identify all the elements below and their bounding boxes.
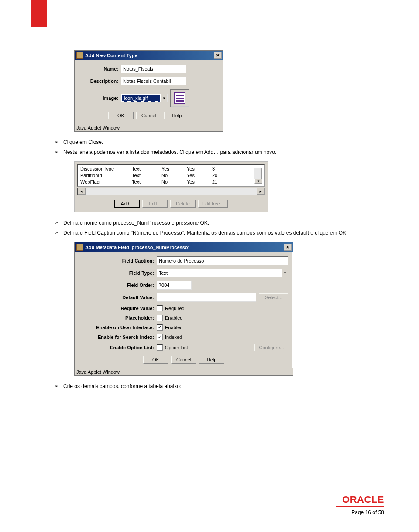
- default-value-input[interactable]: [157, 293, 256, 302]
- bullet-text: Nesta janela podemos ver a lista dos met…: [55, 148, 364, 156]
- window-icon: [76, 52, 83, 59]
- image-selected-value: icon_xls.gif: [122, 95, 160, 102]
- require-checkbox-text: Required: [165, 306, 185, 311]
- field-order-input[interactable]: 7004: [157, 281, 192, 290]
- field-type-dropdown[interactable]: Text ▼: [157, 269, 288, 277]
- edit-button[interactable]: Edit...: [142, 200, 168, 208]
- bullet-text: Clique em Close.: [55, 138, 364, 146]
- delete-button[interactable]: Delete: [170, 200, 196, 208]
- name-label: Name:: [79, 66, 121, 72]
- chevron-down-icon[interactable]: ▼: [282, 269, 288, 277]
- require-checkbox[interactable]: [157, 305, 163, 311]
- scroll-down-icon[interactable]: ▼: [254, 179, 262, 184]
- add-content-type-dialog: Add New Content Type ✕ Name: Notas_Fisca…: [74, 50, 223, 132]
- list-row[interactable]: DiscussionType Text Yes Yes 3: [78, 166, 258, 172]
- metadata-list: DiscussionType Text Yes Yes 3 PartitionI…: [77, 164, 265, 187]
- close-icon[interactable]: ✕: [214, 52, 222, 59]
- cancel-button[interactable]: Cancel: [136, 112, 161, 119]
- enable-search-label: Enable for Search Index:: [79, 334, 157, 340]
- select-button[interactable]: Select...: [259, 293, 288, 301]
- status-bar: Java Applet Window: [75, 124, 223, 131]
- image-label: Image:: [79, 95, 121, 101]
- enable-ui-checkbox-text: Enabled: [165, 325, 182, 330]
- chevron-down-icon[interactable]: ▼: [161, 94, 167, 102]
- option-list-checkbox[interactable]: [157, 344, 163, 351]
- window-icon: [76, 244, 83, 251]
- oracle-logo: ORACLE: [336, 494, 384, 505]
- list-row[interactable]: PartitionId Text No Yes 20: [78, 172, 258, 179]
- titlebar: Add New Content Type ✕: [75, 51, 223, 60]
- vertical-scrollbar[interactable]: ▼: [254, 168, 262, 184]
- description-label: Description:: [79, 78, 121, 84]
- field-caption-label: Field Caption:: [79, 258, 157, 263]
- bullet-text: Crie os demais campos, conforme a tabela…: [55, 382, 364, 390]
- scroll-right-icon[interactable]: ►: [257, 188, 264, 195]
- field-order-label: Field Order:: [79, 283, 157, 288]
- enable-ui-label: Enable on User Interface:: [79, 325, 157, 330]
- status-bar: Java Applet Window: [75, 368, 293, 375]
- bullet-text: Defina o Field Caption como "Número do P…: [55, 229, 364, 237]
- default-value-label: Default Value:: [79, 295, 157, 300]
- dialog-title: Add New Content Type: [85, 53, 137, 58]
- metadata-list-panel: DiscussionType Text Yes Yes 3 PartitionI…: [74, 161, 268, 212]
- field-type-label: Field Type:: [79, 270, 157, 276]
- edit-tree-button[interactable]: Edit tree...: [198, 200, 228, 208]
- field-caption-input[interactable]: Numero do Processo: [157, 256, 288, 265]
- close-icon[interactable]: ✕: [284, 244, 292, 251]
- name-input[interactable]: Notas_Fiscais: [121, 65, 186, 73]
- placeholder-checkbox-text: Enabled: [165, 315, 182, 321]
- page-footer: ORACLE Page 16 of 58: [336, 492, 384, 515]
- help-button[interactable]: Help: [164, 112, 189, 119]
- list-row[interactable]: WebFlag Text No Yes 21: [78, 179, 258, 185]
- enable-option-list-label: Enable Option List:: [79, 345, 157, 350]
- cancel-button[interactable]: Cancel: [171, 356, 196, 364]
- enable-search-checkbox-text: Indexed: [165, 334, 182, 340]
- header-accent-bar: [31, 0, 47, 27]
- xls-icon: [174, 92, 185, 104]
- enable-ui-checkbox[interactable]: ✓: [157, 324, 163, 331]
- horizontal-scrollbar[interactable]: ◄ ►: [77, 188, 265, 195]
- bullet-text: Defina o nome como processo_NumProcesso …: [55, 219, 364, 227]
- enable-search-checkbox[interactable]: ✓: [157, 334, 163, 340]
- image-dropdown[interactable]: icon_xls.gif ▼: [121, 94, 168, 102]
- option-list-checkbox-text: Option List: [165, 345, 188, 350]
- placeholder-checkbox[interactable]: [157, 315, 163, 321]
- ok-button[interactable]: OK: [143, 356, 168, 364]
- titlebar: Add Metadata Field 'processo_NumProcesso…: [75, 242, 293, 252]
- scroll-left-icon[interactable]: ◄: [78, 188, 86, 195]
- help-button[interactable]: Help: [199, 356, 224, 364]
- page-number: Page 16 of 58: [336, 509, 384, 515]
- require-value-label: Require Value:: [79, 306, 157, 311]
- add-button[interactable]: Add...: [114, 200, 140, 208]
- image-preview: [170, 89, 189, 107]
- configure-button[interactable]: Configure...: [254, 344, 288, 351]
- description-input[interactable]: Notas Fiscais Contabil: [121, 77, 186, 85]
- dialog-title: Add Metadata Field 'processo_NumProcesso…: [85, 245, 189, 250]
- add-metadata-field-dialog: Add Metadata Field 'processo_NumProcesso…: [74, 242, 293, 376]
- placeholder-label: Placeholder:: [79, 315, 157, 321]
- ok-button[interactable]: OK: [108, 112, 134, 119]
